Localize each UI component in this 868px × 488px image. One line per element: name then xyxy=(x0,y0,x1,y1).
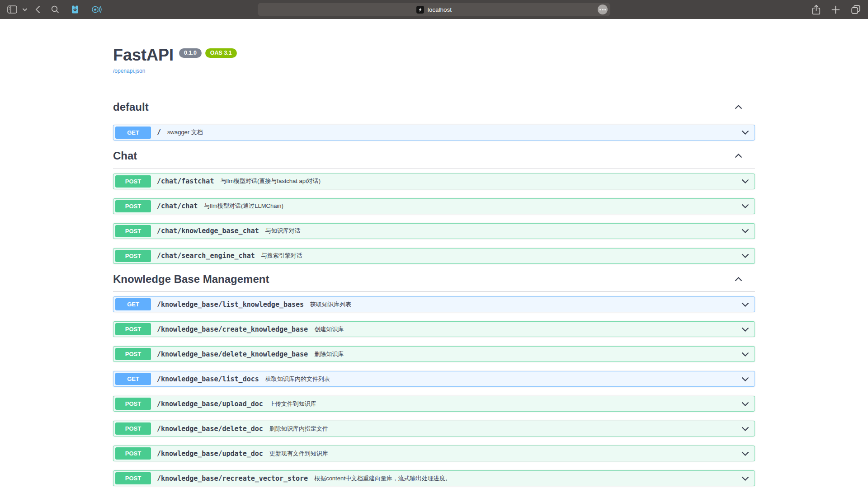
operation-description: 删除知识库内指定文件 xyxy=(269,425,328,433)
operation-row[interactable]: GET/swagger 文档 xyxy=(113,125,755,141)
expand-operation-icon[interactable] xyxy=(741,377,749,381)
operation-path: /knowledge_base/list_docs xyxy=(157,375,259,383)
operation-description: swagger 文档 xyxy=(167,128,203,136)
page-title: FastAPI xyxy=(113,47,174,63)
expand-operation-icon[interactable] xyxy=(741,402,749,406)
sidebar-icon xyxy=(7,5,17,14)
operation-row[interactable]: POST/chat/chat与llm模型对话(通过LLMChain) xyxy=(113,198,755,214)
chevron-down-icon xyxy=(741,377,749,381)
expand-operation-icon[interactable] xyxy=(741,130,749,135)
operation-path: /knowledge_base/upload_doc xyxy=(157,400,263,408)
operation-row[interactable]: GET/knowledge_base/list_docs获取知识库内的文件列表 xyxy=(113,371,755,387)
chevron-down-icon xyxy=(741,427,749,431)
operation-row[interactable]: POST/knowledge_base/recreate_vector_stor… xyxy=(113,470,755,486)
expand-operation-icon[interactable] xyxy=(741,451,749,456)
operation-path: /chat/search_engine_chat xyxy=(157,252,255,260)
operation-path: /chat/chat xyxy=(157,202,198,210)
operation-row[interactable]: POST/knowledge_base/update_doc更新现有文件到知识库 xyxy=(113,446,755,461)
operation-description: 与llm模型对话(通过LLMChain) xyxy=(204,202,283,210)
operation-list: POST/chat/fastchat与llm模型对话(直接与fastchat a… xyxy=(113,174,755,264)
operation-row[interactable]: POST/knowledge_base/delete_knowledge_bas… xyxy=(113,346,755,362)
operation-path: /knowledge_base/recreate_vector_store xyxy=(157,474,308,483)
chevron-down-icon xyxy=(741,402,749,406)
operation-description: 获取知识库列表 xyxy=(310,300,351,309)
url-text: localhost xyxy=(428,6,452,13)
title-badges: 0.1.0 OAS 3.1 xyxy=(179,48,237,58)
lightning-bolt-icon xyxy=(418,7,423,12)
chevron-down-icon xyxy=(741,352,749,357)
section-collapse-icon[interactable] xyxy=(735,277,742,282)
method-badge: POST xyxy=(115,447,151,460)
extension-broadcast-button[interactable] xyxy=(91,5,102,14)
sidebar-toggle-button[interactable] xyxy=(7,5,17,14)
search-button[interactable] xyxy=(51,5,59,14)
operation-path: /knowledge_base/create_knowledge_base xyxy=(157,325,308,333)
section-collapse-icon[interactable] xyxy=(735,154,742,158)
method-badge: POST xyxy=(115,348,151,360)
address-bar[interactable]: localhost xyxy=(258,3,610,16)
toolbar-right-group xyxy=(812,0,861,19)
search-icon xyxy=(51,5,59,14)
chevron-up-icon xyxy=(735,277,742,282)
operation-row[interactable]: POST/chat/knowledge_base_chat与知识库对话 xyxy=(113,223,755,239)
chevron-down-icon xyxy=(741,130,749,135)
expand-operation-icon[interactable] xyxy=(741,204,749,208)
method-badge: POST xyxy=(115,175,151,188)
operation-row[interactable]: POST/chat/search_engine_chat与搜索引擎对话 xyxy=(113,248,755,264)
method-badge: POST xyxy=(115,323,151,335)
expand-operation-icon[interactable] xyxy=(741,327,749,332)
operation-description: 更新现有文件到知识库 xyxy=(269,450,328,458)
tab-group-chevron-button[interactable] xyxy=(23,8,27,11)
toolbar-left-group xyxy=(0,5,113,14)
page-settings-button[interactable] xyxy=(598,5,608,14)
api-info: FastAPI 0.1.0 OAS 3.1 xyxy=(113,47,755,63)
chevron-down-icon xyxy=(741,229,749,233)
version-badge: 0.1.0 xyxy=(179,48,202,58)
operation-path: /knowledge_base/list_knowledge_bases xyxy=(157,300,304,309)
expand-operation-icon[interactable] xyxy=(741,302,749,307)
operation-description: 与知识库对话 xyxy=(265,227,301,235)
operation-row[interactable]: POST/knowledge_base/upload_doc上传文件到知识库 xyxy=(113,396,755,412)
chevron-down-icon xyxy=(741,302,749,307)
operation-description: 上传文件到知识库 xyxy=(269,400,316,408)
operation-path: / xyxy=(157,128,161,136)
expand-operation-icon[interactable] xyxy=(741,427,749,431)
extension-bookmark-icon xyxy=(70,5,80,14)
method-badge: POST xyxy=(115,472,151,484)
back-chevron-icon xyxy=(35,5,40,14)
plus-icon xyxy=(831,5,840,14)
back-button[interactable] xyxy=(35,5,40,14)
section-header[interactable]: default xyxy=(113,101,755,120)
operation-row[interactable]: POST/knowledge_base/create_knowledge_bas… xyxy=(113,321,755,337)
section-collapse-icon[interactable] xyxy=(735,105,742,109)
expand-operation-icon[interactable] xyxy=(741,179,749,183)
openapi-spec-link[interactable]: /openapi.json xyxy=(113,68,145,74)
extension-broadcast-icon xyxy=(91,5,102,14)
chevron-down-icon xyxy=(741,253,749,258)
chevron-up-icon xyxy=(735,154,742,158)
operation-description: 获取知识库内的文件列表 xyxy=(265,375,330,383)
page-content: FastAPI 0.1.0 OAS 3.1 /openapi.json defa… xyxy=(0,19,868,488)
operation-list: GET/swagger 文档 xyxy=(113,125,755,141)
extension-bookmark-button[interactable] xyxy=(70,5,80,14)
expand-operation-icon[interactable] xyxy=(741,253,749,258)
operation-row[interactable]: POST/chat/fastchat与llm模型对话(直接与fastchat a… xyxy=(113,174,755,189)
section-title: Chat xyxy=(113,150,137,163)
section-header[interactable]: Knowledge Base Management xyxy=(113,273,755,292)
section-title: default xyxy=(113,101,149,114)
operation-row[interactable]: GET/knowledge_base/list_knowledge_bases获… xyxy=(113,296,755,312)
operation-path: /chat/knowledge_base_chat xyxy=(157,227,259,235)
new-tab-button[interactable] xyxy=(831,5,840,14)
expand-operation-icon[interactable] xyxy=(741,476,749,481)
operation-description: 删除知识库 xyxy=(314,350,344,358)
operation-description: 创建知识库 xyxy=(314,325,344,333)
share-button[interactable] xyxy=(812,5,821,15)
api-section: Knowledge Base ManagementGET/knowledge_b… xyxy=(113,273,755,487)
operation-row[interactable]: POST/knowledge_base/delete_doc删除知识库内指定文件 xyxy=(113,421,755,436)
expand-operation-icon[interactable] xyxy=(741,229,749,233)
expand-operation-icon[interactable] xyxy=(741,352,749,357)
section-header[interactable]: Chat xyxy=(113,150,755,169)
tabs-icon xyxy=(851,5,861,14)
tab-overview-button[interactable] xyxy=(851,5,861,14)
api-section: defaultGET/swagger 文档 xyxy=(113,101,755,141)
